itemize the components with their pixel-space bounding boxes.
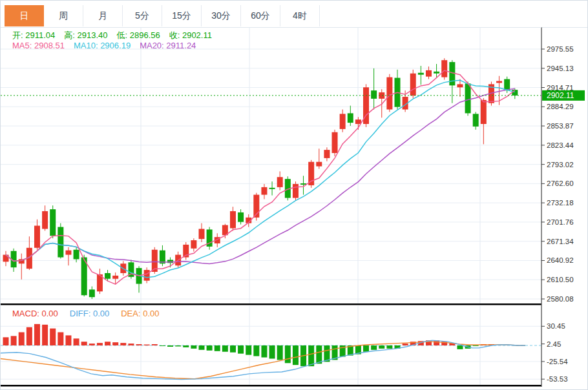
macd-histogram-bar	[74, 338, 79, 345]
macd-histogram-bar	[386, 345, 392, 349]
macd-histogram-bar	[199, 345, 205, 350]
candlestick	[316, 162, 322, 167]
candlestick	[371, 90, 377, 99]
price-axis-label: 2640.92	[547, 256, 574, 264]
candlestick	[481, 100, 487, 124]
price-axis-label: 2732.18	[547, 199, 574, 207]
candlestick	[50, 209, 56, 236]
macd-histogram-bar	[144, 345, 150, 345]
candlestick	[332, 132, 338, 153]
price-axis-label: 2671.34	[547, 238, 574, 245]
macd-histogram-bar	[152, 344, 158, 345]
macd-histogram-bar	[11, 336, 17, 345]
macdrow-dea: DEA: 0.00	[121, 309, 159, 318]
macd-histogram-bar	[120, 343, 126, 345]
macd-histogram-bar	[316, 345, 322, 364]
candlestick	[230, 211, 236, 228]
macd-histogram-bar	[379, 345, 384, 349]
macd-histogram-bar	[403, 344, 408, 345]
chart-area[interactable]: 2975.552945.132914.712884.292853.872823.…	[1, 1, 587, 389]
candlestick	[293, 184, 299, 198]
candlestick	[191, 240, 196, 249]
macd-histogram-bar	[277, 345, 283, 360]
ohlc-info-row: 开: 2911.04高: 2913.40低: 2896.56收: 2902.11	[12, 30, 221, 41]
macd-histogram-bar	[97, 343, 103, 345]
price-axis-label: 2701.76	[547, 218, 574, 226]
marow-ma5: MA5: 2908.51	[12, 41, 65, 50]
macd-histogram-bar	[191, 345, 196, 349]
macd-histogram-bar	[238, 345, 244, 354]
marow-ma10: MA10: 2906.19	[74, 41, 131, 50]
candlestick	[269, 188, 275, 189]
macd-histogram-bar	[26, 327, 32, 345]
candlestick	[277, 177, 283, 187]
macd-histogram-bar	[215, 345, 220, 351]
price-axis-label: 2823.44	[547, 141, 574, 149]
marow-ma20: MA20: 2911.24	[140, 41, 196, 50]
macd-histogram-bar	[183, 345, 189, 347]
panel-separator-top	[1, 303, 541, 305]
macd-histogram-bar	[253, 345, 259, 356]
candlestick	[473, 114, 479, 127]
ohlcrow-open: 开: 2911.04	[12, 30, 55, 40]
macd-histogram-bar	[58, 333, 63, 345]
ma5-line	[6, 70, 515, 284]
macd-axis-label: 2.45	[547, 340, 561, 348]
price-axis-label: 2580.08	[547, 295, 574, 303]
macd-histogram-bar	[105, 342, 110, 345]
macd-histogram-bar	[136, 344, 142, 345]
macd-histogram-bar	[89, 344, 95, 345]
price-axis-label: 2945.13	[547, 65, 574, 72]
candlestick	[308, 162, 314, 185]
macd-histogram-bar	[457, 345, 463, 349]
macd-histogram-bar	[293, 345, 299, 365]
ma10-line	[6, 80, 515, 277]
candlestick	[441, 60, 447, 77]
candlestick	[496, 81, 502, 83]
candlestick	[434, 72, 439, 74]
candlestick	[144, 270, 150, 281]
price-axis-label: 2853.87	[547, 122, 574, 130]
macd-histogram-bar	[65, 335, 71, 345]
candlestick	[89, 289, 95, 297]
macd-histogram-bar	[34, 324, 40, 345]
macd-histogram-bar	[285, 345, 291, 363]
candlestick	[34, 226, 40, 248]
candlestick	[74, 250, 79, 260]
panel-separator-bottom	[1, 385, 541, 387]
macdrow-diff: DIFF: 0.00	[70, 309, 109, 318]
ohlcrow-close: 收: 2902.11	[169, 30, 212, 40]
macd-histogram-bar	[175, 345, 181, 346]
macd-histogram-bar	[160, 345, 165, 346]
candlestick	[348, 113, 353, 123]
macd-histogram-bar	[112, 342, 118, 345]
macd-histogram-bar	[363, 345, 369, 352]
price-axis-label: 2610.50	[547, 276, 574, 283]
candlestick	[355, 119, 361, 124]
macd-axis-label: -25.54	[547, 358, 568, 365]
candlestick	[112, 276, 118, 279]
candlestick	[65, 251, 71, 255]
current-price-label: 2902.11	[547, 91, 574, 100]
candlestick	[426, 70, 432, 77]
candlestick	[504, 79, 510, 91]
macd-axis-label: -53.53	[547, 375, 568, 383]
ma20-line	[6, 88, 515, 263]
macd-histogram-bar	[246, 345, 251, 355]
ma-info-row: MA5: 2908.51MA10: 2906.19MA20: 2911.24	[12, 41, 205, 50]
macd-histogram-bar	[269, 345, 275, 358]
price-axis-label: 2975.55	[547, 45, 574, 53]
candlestick	[105, 273, 110, 279]
candlestick	[261, 187, 267, 195]
macd-histogram-bar	[128, 344, 134, 345]
macd-histogram-bar	[308, 345, 314, 366]
macd-histogram-bar	[3, 337, 9, 345]
candlestick	[300, 183, 306, 185]
macd-axis-label: 30.45	[547, 322, 565, 330]
macd-histogram-bar	[207, 345, 213, 351]
candlestick	[340, 114, 346, 128]
macd-histogram-bar	[473, 345, 479, 346]
candlestick	[465, 83, 471, 113]
candlestick	[238, 212, 244, 222]
price-axis-label: 2884.29	[547, 103, 574, 110]
